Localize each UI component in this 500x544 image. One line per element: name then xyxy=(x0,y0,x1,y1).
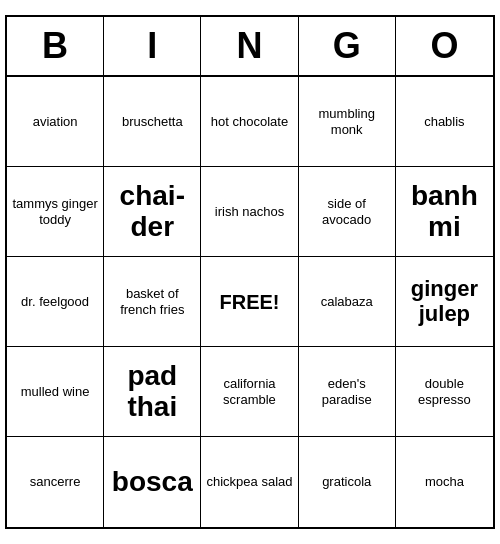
bingo-cell-19[interactable]: double espresso xyxy=(396,347,493,437)
bingo-cell-1[interactable]: bruschetta xyxy=(104,77,201,167)
bingo-cell-15[interactable]: mulled wine xyxy=(7,347,104,437)
bingo-cell-20[interactable]: sancerre xyxy=(7,437,104,527)
bingo-cell-13[interactable]: calabaza xyxy=(299,257,396,347)
bingo-cell-3[interactable]: mumbling monk xyxy=(299,77,396,167)
bingo-header: B I N G O xyxy=(7,17,493,77)
bingo-cell-11[interactable]: basket of french fries xyxy=(104,257,201,347)
bingo-cell-4[interactable]: chablis xyxy=(396,77,493,167)
bingo-cell-10[interactable]: dr. feelgood xyxy=(7,257,104,347)
header-b: B xyxy=(7,17,104,75)
header-o: O xyxy=(396,17,493,75)
bingo-cell-14[interactable]: ginger julep xyxy=(396,257,493,347)
bingo-cell-16[interactable]: pad thai xyxy=(104,347,201,437)
bingo-cell-8[interactable]: side of avocado xyxy=(299,167,396,257)
bingo-cell-6[interactable]: chai- der xyxy=(104,167,201,257)
bingo-cell-2[interactable]: hot chocolate xyxy=(201,77,298,167)
bingo-grid: aviationbruschettahot chocolatemumbling … xyxy=(7,77,493,527)
bingo-cell-12[interactable]: FREE! xyxy=(201,257,298,347)
bingo-card: B I N G O aviationbruschettahot chocolat… xyxy=(5,15,495,529)
bingo-cell-18[interactable]: eden's paradise xyxy=(299,347,396,437)
bingo-cell-7[interactable]: irish nachos xyxy=(201,167,298,257)
bingo-cell-23[interactable]: graticola xyxy=(299,437,396,527)
bingo-cell-0[interactable]: aviation xyxy=(7,77,104,167)
bingo-cell-21[interactable]: bosca xyxy=(104,437,201,527)
header-i: I xyxy=(104,17,201,75)
bingo-cell-5[interactable]: tammys ginger toddy xyxy=(7,167,104,257)
bingo-cell-17[interactable]: california scramble xyxy=(201,347,298,437)
header-g: G xyxy=(299,17,396,75)
header-n: N xyxy=(201,17,298,75)
bingo-cell-9[interactable]: banh mi xyxy=(396,167,493,257)
bingo-cell-24[interactable]: mocha xyxy=(396,437,493,527)
bingo-cell-22[interactable]: chickpea salad xyxy=(201,437,298,527)
